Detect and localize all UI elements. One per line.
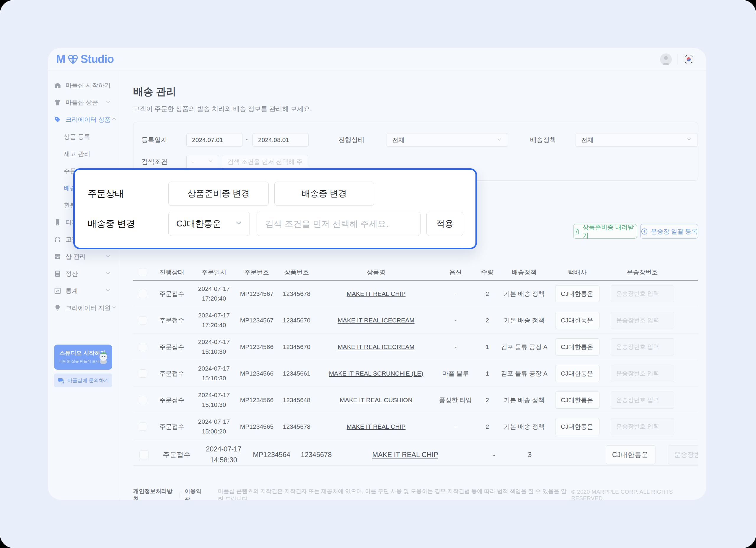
product-name-link[interactable]: MAKE IT REAL SCRUNCHIE (LE) — [329, 370, 423, 377]
courier-box[interactable]: CJ대한통운 — [555, 418, 599, 435]
option-value: - — [436, 423, 475, 430]
page-title: 배송 관리 — [133, 85, 698, 99]
waybill-input[interactable] — [668, 445, 698, 464]
product-name-link[interactable]: MAKE IT REAL CHIP — [372, 451, 438, 458]
date-to-input[interactable] — [252, 133, 309, 147]
download-preparing-button[interactable]: 상품준비중 내려받기 — [573, 224, 637, 239]
sidebar-item-label: 정산 — [66, 270, 78, 278]
privacy-link[interactable]: 개인정보처리방침 — [133, 487, 175, 500]
waybill-search-input[interactable] — [257, 212, 421, 236]
download-label: 상품준비중 내려받기 — [583, 223, 637, 240]
row-checkbox[interactable] — [139, 290, 147, 298]
product-name-link[interactable]: MAKE IT REAL CHIP — [347, 290, 406, 297]
sidebar-item-tag-2[interactable]: 크리에이터 상품 — [48, 111, 119, 128]
chevron-down-icon — [496, 136, 503, 144]
product-name-link[interactable]: MAKE IT REAL ICECREAM — [338, 317, 414, 324]
change-to-shipping-button[interactable]: 배송중 변경 — [274, 182, 374, 206]
order-status: 주문접수 — [155, 450, 198, 459]
sidebar-subitem-1[interactable]: 재고 관리 — [48, 145, 119, 162]
studio-promo-card[interactable]: 스튜디오 시작하기 나만의 샵을 만들어 보세요! — [54, 345, 112, 370]
courier-box[interactable]: CJ대한통운 — [555, 312, 599, 329]
column-header: 상품명 — [317, 268, 436, 276]
terms-link[interactable]: 이용약관 — [185, 487, 206, 500]
waybill-input[interactable] — [611, 312, 674, 329]
app-window: M Studio — [48, 48, 706, 500]
quantity-value: 2 — [475, 397, 499, 404]
product-name-link[interactable]: MAKE IT REAL CUSHION — [340, 397, 412, 403]
search-condition-value: - — [192, 158, 194, 165]
device-icon — [54, 218, 61, 226]
orders-table: 진행상태주문일시주문번호상품번호상품명옵션수량배송정책택배사운송장번호 주문접수… — [133, 265, 698, 466]
order-number: MP1234565 — [237, 423, 277, 430]
row-checkbox[interactable] — [139, 396, 147, 404]
apply-button[interactable]: 적용 — [426, 212, 463, 236]
waybill-input[interactable] — [611, 285, 674, 302]
row-checkbox[interactable] — [139, 343, 147, 351]
page-footer: 개인정보처리방침 이용약관 마플샵 콘텐츠의 저작권은 저작권자 또는 제공처에… — [133, 487, 698, 500]
contact-button[interactable]: 마플샵에 문의하기 — [54, 374, 112, 387]
option-value: - — [436, 317, 475, 324]
waybill-input[interactable] — [611, 365, 674, 382]
search-condition-select[interactable]: - — [186, 155, 219, 169]
korean-flag-icon[interactable] — [683, 53, 695, 65]
sidebar-item-store-5[interactable]: 샵 관리 — [48, 248, 119, 265]
order-status: 주문접수 — [153, 290, 191, 298]
courier-box[interactable]: CJ대한통운 — [555, 285, 599, 302]
courier-box[interactable]: CJ대한통운 — [555, 365, 599, 382]
order-number: MP1234564 — [249, 451, 294, 459]
quantity-value: 2 — [475, 290, 499, 297]
table-row-0: 주문접수2024-07-1717:20:40MP123456712345678M… — [133, 280, 698, 307]
waybill-input[interactable] — [611, 418, 674, 435]
policy-label: 배송정책 — [530, 136, 576, 144]
sidebar-item-label: 통계 — [66, 287, 78, 295]
chat-icon — [57, 377, 64, 384]
courier-box[interactable]: CJ대한통운 — [555, 392, 599, 409]
column-header: 운송장번호 — [605, 268, 679, 276]
row-checkbox[interactable] — [139, 450, 149, 459]
row-checkbox[interactable] — [139, 369, 147, 378]
chevron-down-icon — [111, 304, 117, 312]
order-datetime: 2024-07-1715:10:30 — [191, 337, 237, 356]
shipping-policy-value: 김포 물류 공장 A — [499, 369, 549, 378]
courier-box[interactable]: CJ대한통운 — [606, 445, 655, 464]
sidebar-item-calculator-6[interactable]: 정산 — [48, 265, 119, 282]
column-header: 진행상태 — [153, 268, 191, 276]
waybill-input[interactable] — [611, 338, 674, 355]
policy-select[interactable]: 전체 — [576, 133, 698, 147]
row-checkbox[interactable] — [139, 423, 147, 431]
brand-logo[interactable]: M Studio — [56, 53, 114, 66]
logo-text: Studio — [81, 53, 114, 66]
product-name-link[interactable]: MAKE IT REAL ICECREAM — [338, 343, 414, 350]
courier-select[interactable]: CJ대한통운 — [168, 212, 250, 236]
order-datetime: 2024-07-1717:20:40 — [191, 284, 237, 303]
bulb-icon — [54, 304, 61, 312]
chevron-down-icon — [105, 253, 111, 261]
row-checkbox[interactable] — [139, 316, 147, 324]
option-value: 풍성한 타입 — [436, 396, 475, 404]
bulk-register-label: 운송장 일괄 등록 — [651, 227, 698, 236]
date-from-input[interactable] — [186, 133, 242, 147]
sidebar-item-shirt-1[interactable]: 마플샵 상품 — [48, 94, 119, 111]
quantity-value: 3 — [517, 451, 543, 459]
courier-box[interactable]: CJ대한통운 — [555, 338, 599, 355]
main-content: 배송 관리 고객이 주문한 상품의 발송 처리와 배송 정보를 관리해 보세요.… — [119, 71, 706, 500]
user-avatar-icon[interactable] — [660, 53, 672, 65]
column-header: 배송정책 — [499, 268, 549, 276]
sidebar-item-bulb-8[interactable]: 크리에이터 지원 — [48, 299, 119, 317]
column-header: 주문번호 — [237, 268, 277, 276]
product-name-link[interactable]: MAKE IT REAL CHIP — [347, 423, 406, 430]
product-number: 12345678 — [277, 290, 317, 297]
progress-value: 전체 — [392, 136, 405, 144]
sidebar-item-chart-7[interactable]: 통계 — [48, 282, 119, 299]
chevron-down-icon — [234, 218, 243, 229]
select-all-checkbox[interactable] — [139, 268, 147, 276]
order-datetime: 2024-07-1715:00:20 — [191, 417, 237, 436]
sidebar-subitem-0[interactable]: 상품 등록 — [48, 128, 119, 145]
sidebar-item-home-0[interactable]: 마플샵 시작하기 — [48, 77, 119, 94]
change-to-preparing-button[interactable]: 상품준비중 변경 — [168, 182, 269, 206]
waybill-input[interactable] — [611, 392, 674, 409]
search-input[interactable] — [222, 155, 308, 169]
option-value: - — [436, 343, 475, 350]
bulk-register-button[interactable]: 운송장 일괄 등록 — [640, 224, 698, 239]
progress-select[interactable]: 전체 — [387, 133, 508, 147]
